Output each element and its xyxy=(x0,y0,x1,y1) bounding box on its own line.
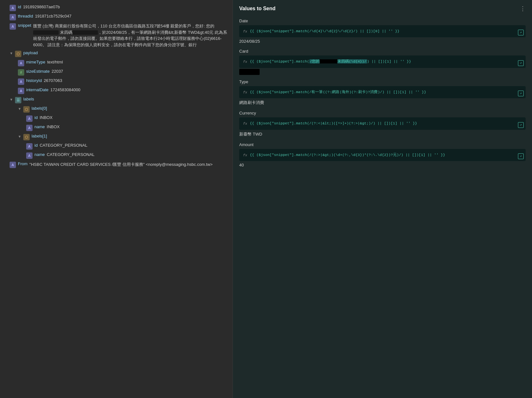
field-amount-label: Amount xyxy=(239,142,526,147)
field-amount: Amount fx {{ ($json["snippet"].match(/(?… xyxy=(239,142,526,167)
row-labels1-name: A name CATEGORY_PERSONAL xyxy=(0,151,233,160)
formula-card-box: fx {{ ($json["snippet"].match(/您的███████… xyxy=(239,55,526,68)
collapse-arrow-labels1[interactable]: ▼ xyxy=(18,135,21,138)
value-sizeestimate: 22037 xyxy=(52,69,63,74)
key-id: id xyxy=(18,4,21,9)
expand-date-button[interactable]: ↗ xyxy=(518,30,524,35)
type-badge-a: A xyxy=(18,60,24,66)
row-mimetype: A mimeType text/html xyxy=(0,58,233,68)
collapse-arrow-labels[interactable]: ▼ xyxy=(10,98,13,101)
formula-currency-content: {{ ($json["snippet"].match(/(?:<|&lt;)([… xyxy=(250,121,522,126)
row-id: A id 19189298607ae07b xyxy=(0,3,233,12)
collapse-arrow-labels0[interactable]: ▼ xyxy=(18,107,21,111)
fx-icon-date: fx xyxy=(243,29,247,35)
fx-icon-amount: fx xyxy=(243,153,247,158)
key-labels0-id: id xyxy=(34,115,38,120)
field-date-label: Date xyxy=(239,18,526,23)
field-card-label: Card xyxy=(239,49,526,54)
field-currency-value: 新臺幣 TWD xyxy=(239,131,526,137)
formula-amount-content: {{ ($json["snippet"].match(/(?:>|&gt;)(\… xyxy=(250,152,522,158)
row-labels0-name: A name INBOX xyxy=(0,123,233,132)
field-date: Date fx {{ ($json["snippet"].match(/\d{4… xyxy=(239,18,526,44)
type-badge-a: A xyxy=(10,5,16,11)
key-labels0: labels[0] xyxy=(32,106,47,111)
field-amount-value: 40 xyxy=(239,163,526,167)
expand-type-button[interactable]: ↗ xyxy=(518,91,524,96)
value-labels0-id: INBOX xyxy=(40,115,52,120)
type-badge-obj: ⬡ xyxy=(23,134,30,140)
formula-type-content: {{ ($json["snippet"].match(/有一筆((?:網路|海外… xyxy=(250,89,522,95)
value-labels1-id: CATEGORY_PERSONAL xyxy=(40,143,87,148)
type-badge-a: A xyxy=(26,143,33,150)
value-snippet: 匯豐 (台灣) 商業銀行股份有限公司，110 台北市信義區信義路五段7號54樓 … xyxy=(33,23,229,48)
formula-card-content: {{ ($json["snippet"].match(/您的████████末四… xyxy=(250,59,522,64)
fx-icon-currency: fx xyxy=(243,121,247,127)
formula-date-box: fx {{ ($json["snippet"].match(/\d{4}\/\d… xyxy=(239,25,526,37)
field-currency: Currency fx {{ ($json["snippet"].match(/… xyxy=(239,111,526,137)
type-badge-obj: ⬡ xyxy=(15,51,21,57)
field-card-value xyxy=(239,70,526,74)
formula-type-box: fx {{ ($json["snippet"].match(/有一筆((?:網路… xyxy=(239,86,526,98)
formula-amount-box: fx {{ ($json["snippet"].match(/(?:>|&gt;… xyxy=(239,149,526,161)
value-id: 19189298607ae07b xyxy=(23,4,60,9)
key-labels1-id: id xyxy=(34,143,38,148)
key-mimetype: mimeType xyxy=(26,60,45,64)
value-labels0-name: INBOX xyxy=(47,124,60,129)
row-labels0[interactable]: ▼ ⬡ labels[0] xyxy=(0,105,233,114)
key-labels: labels xyxy=(23,97,34,101)
key-labels1-name: name xyxy=(34,152,45,157)
expand-card-button[interactable]: ↗ xyxy=(518,60,524,66)
key-from: From xyxy=(18,161,27,166)
row-sizeestimate: # sizeEstimate 22037 xyxy=(0,68,233,77)
field-date-value: 2024/08/25 xyxy=(239,39,526,44)
row-labels1[interactable]: ▼ ⬡ labels[1] xyxy=(0,132,233,142)
formula-date-content: {{ ($json["snippet"].match(/\d{4}\/\d{2}… xyxy=(250,28,522,34)
key-labels0-name: name xyxy=(34,124,45,129)
expand-amount-button[interactable]: ↗ xyxy=(518,153,524,159)
key-historyid: historyId xyxy=(26,78,42,83)
type-badge-a: A xyxy=(10,14,16,20)
key-sizeestimate: sizeEstimate xyxy=(26,69,50,74)
type-badge-a: A xyxy=(18,88,24,94)
redacted-digits xyxy=(72,30,98,35)
field-currency-label: Currency xyxy=(239,111,526,115)
type-badge-a: A xyxy=(26,152,33,159)
key-internaldate: internalDate xyxy=(26,87,48,92)
right-header: Values to Send ⋮ xyxy=(239,5,526,12)
row-labels0-id: A id INBOX xyxy=(0,114,233,123)
fx-icon-type: fx xyxy=(243,90,247,96)
more-options-icon[interactable]: ⋮ xyxy=(520,5,526,12)
expand-currency-button[interactable]: ↗ xyxy=(518,122,524,128)
type-badge-obj: ⬡ xyxy=(23,106,30,113)
collapse-arrow-payload[interactable]: ▼ xyxy=(10,51,13,55)
type-badge-a: A xyxy=(10,162,16,168)
type-badge-a: A xyxy=(18,78,24,85)
row-threadid: A threadId 191871cb7529c047 xyxy=(0,12,233,22)
type-badge-a: A xyxy=(26,125,33,131)
row-labels1-id: A id CATEGORY_PERSONAL xyxy=(0,142,233,151)
key-threadid: threadId xyxy=(18,14,33,18)
field-type-label: Type xyxy=(239,79,526,84)
row-internaldate: A internalDate 1724583084000 xyxy=(0,86,233,95)
right-panel: Values to Send ⋮ Date fx {{ ($json["snip… xyxy=(233,0,532,398)
type-badge-a: A xyxy=(10,23,16,30)
left-panel: A id 19189298607ae07b A threadId 191871c… xyxy=(0,0,233,398)
type-badge-hash: # xyxy=(18,69,24,76)
fx-icon-card: fx xyxy=(243,59,247,65)
right-panel-title: Values to Send xyxy=(239,6,276,11)
value-historyid: 26707063 xyxy=(44,78,62,83)
key-payload: payload xyxy=(23,50,38,55)
row-from: A From "HSBC TAIWAN CREDIT CARD SERVICES… xyxy=(0,160,233,169)
row-historyid: A historyId 26707063 xyxy=(0,77,233,86)
field-type: Type fx {{ ($json["snippet"].match(/有一筆(… xyxy=(239,79,526,106)
value-threadid: 191871cb7529c047 xyxy=(35,14,71,18)
formula-currency-box: fx {{ ($json["snippet"].match(/(?:<|&lt;… xyxy=(239,117,526,129)
value-from: "HSBC TAIWAN CREDIT CARD SERVICES /匯豐 信用… xyxy=(29,161,212,168)
row-labels[interactable]: ▼ ☰ labels xyxy=(0,95,233,105)
value-mimetype: text/html xyxy=(47,60,63,64)
type-badge-list: ☰ xyxy=(15,97,21,103)
row-payload[interactable]: ▼ ⬡ payload xyxy=(0,49,233,58)
value-labels1-name: CATEGORY_PERSONAL xyxy=(47,152,95,157)
type-badge-a: A xyxy=(26,115,33,122)
key-labels1: labels[1] xyxy=(32,134,47,138)
